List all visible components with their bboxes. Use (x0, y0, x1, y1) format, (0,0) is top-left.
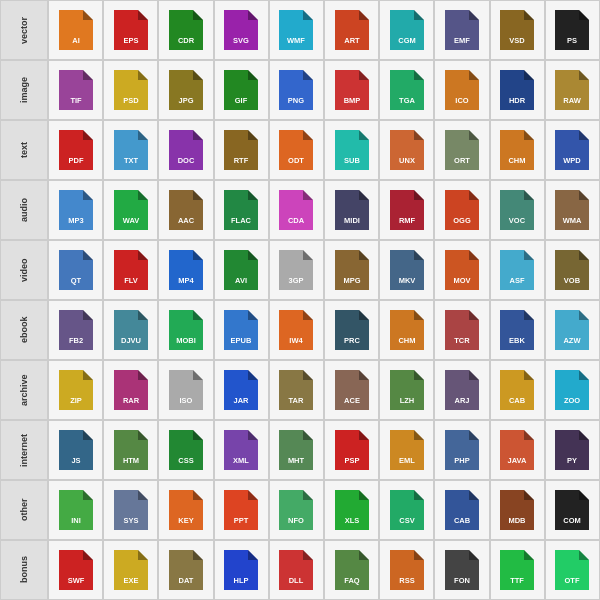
file-cell[interactable]: EPS (103, 0, 158, 60)
file-cell[interactable]: EPUB (214, 300, 269, 360)
file-cell[interactable]: CSS (158, 420, 213, 480)
file-cell[interactable]: AVI (214, 240, 269, 300)
file-cell[interactable]: RMF (379, 180, 434, 240)
file-cell[interactable]: ICO (434, 60, 489, 120)
file-cell[interactable]: RAW (545, 60, 600, 120)
file-cell[interactable]: ACE (324, 360, 379, 420)
file-cell[interactable]: PPT (214, 480, 269, 540)
file-cell[interactable]: WMF (269, 0, 324, 60)
file-cell[interactable]: 3GP (269, 240, 324, 300)
file-cell[interactable]: SUB (324, 120, 379, 180)
file-cell[interactable]: DAT (158, 540, 213, 600)
file-cell[interactable]: FLAC (214, 180, 269, 240)
file-cell[interactable]: MPG (324, 240, 379, 300)
file-cell[interactable]: PSP (324, 420, 379, 480)
file-cell[interactable]: LZH (379, 360, 434, 420)
file-cell[interactable]: CAB (490, 360, 545, 420)
file-cell[interactable]: CHM (490, 120, 545, 180)
file-cell[interactable]: DJVU (103, 300, 158, 360)
file-cell[interactable]: ZOO (545, 360, 600, 420)
file-cell[interactable]: MOV (434, 240, 489, 300)
file-cell[interactable]: TTF (490, 540, 545, 600)
file-cell[interactable]: AZW (545, 300, 600, 360)
file-cell[interactable]: PDF (48, 120, 103, 180)
file-cell[interactable]: TIF (48, 60, 103, 120)
file-cell[interactable]: MIDI (324, 180, 379, 240)
file-cell[interactable]: NFO (269, 480, 324, 540)
file-cell[interactable]: CAB (434, 480, 489, 540)
file-cell[interactable]: CDR (158, 0, 213, 60)
file-cell[interactable]: JAVA (490, 420, 545, 480)
file-cell[interactable]: COM (545, 480, 600, 540)
file-cell[interactable]: EBK (490, 300, 545, 360)
file-cell[interactable]: JPG (158, 60, 213, 120)
file-cell[interactable]: RTF (214, 120, 269, 180)
file-cell[interactable]: EML (379, 420, 434, 480)
file-cell[interactable]: AI (48, 0, 103, 60)
file-cell[interactable]: PSD (103, 60, 158, 120)
file-cell[interactable]: WPD (545, 120, 600, 180)
file-cell[interactable]: ART (324, 0, 379, 60)
file-cell[interactable]: ODT (269, 120, 324, 180)
file-cell[interactable]: MP4 (158, 240, 213, 300)
file-cell[interactable]: OTF (545, 540, 600, 600)
file-cell[interactable]: CDA (269, 180, 324, 240)
file-cell[interactable]: TXT (103, 120, 158, 180)
file-cell[interactable]: CHM (379, 300, 434, 360)
file-cell[interactable]: MKV (379, 240, 434, 300)
file-cell[interactable]: KEY (158, 480, 213, 540)
file-cell[interactable]: SWF (48, 540, 103, 600)
file-cell[interactable]: IW4 (269, 300, 324, 360)
file-cell[interactable]: TAR (269, 360, 324, 420)
file-cell[interactable]: TCR (434, 300, 489, 360)
file-cell[interactable]: SVG (214, 0, 269, 60)
file-cell[interactable]: AAC (158, 180, 213, 240)
file-cell[interactable]: PHP (434, 420, 489, 480)
file-cell[interactable]: VOC (490, 180, 545, 240)
file-cell[interactable]: PRC (324, 300, 379, 360)
file-cell[interactable]: HLP (214, 540, 269, 600)
file-cell[interactable]: FB2 (48, 300, 103, 360)
file-cell[interactable]: WMA (545, 180, 600, 240)
file-cell[interactable]: RAR (103, 360, 158, 420)
file-cell[interactable]: QT (48, 240, 103, 300)
file-cell[interactable]: MDB (490, 480, 545, 540)
file-cell[interactable]: MHT (269, 420, 324, 480)
file-cell[interactable]: GIF (214, 60, 269, 120)
file-cell[interactable]: MOBI (158, 300, 213, 360)
file-cell[interactable]: ARJ (434, 360, 489, 420)
file-cell[interactable]: EMF (434, 0, 489, 60)
file-cell[interactable]: INI (48, 480, 103, 540)
file-cell[interactable]: PNG (269, 60, 324, 120)
file-cell[interactable]: MP3 (48, 180, 103, 240)
file-cell[interactable]: ISO (158, 360, 213, 420)
file-cell[interactable]: WAV (103, 180, 158, 240)
file-cell[interactable]: XLS (324, 480, 379, 540)
file-cell[interactable]: VSD (490, 0, 545, 60)
file-cell[interactable]: BMP (324, 60, 379, 120)
file-cell[interactable]: JS (48, 420, 103, 480)
file-cell[interactable]: FLV (103, 240, 158, 300)
file-cell[interactable]: CSV (379, 480, 434, 540)
file-cell[interactable]: EXE (103, 540, 158, 600)
file-cell[interactable]: UNX (379, 120, 434, 180)
file-cell[interactable]: ORT (434, 120, 489, 180)
file-cell[interactable]: FAQ (324, 540, 379, 600)
file-cell[interactable]: ZIP (48, 360, 103, 420)
file-cell[interactable]: FON (434, 540, 489, 600)
file-cell[interactable]: OGG (434, 180, 489, 240)
file-cell[interactable]: VOB (545, 240, 600, 300)
file-cell[interactable]: DLL (269, 540, 324, 600)
file-cell[interactable]: TGA (379, 60, 434, 120)
file-cell[interactable]: HDR (490, 60, 545, 120)
file-cell[interactable]: PY (545, 420, 600, 480)
file-cell[interactable]: HTM (103, 420, 158, 480)
file-cell[interactable]: JAR (214, 360, 269, 420)
file-cell[interactable]: DOC (158, 120, 213, 180)
file-cell[interactable]: ASF (490, 240, 545, 300)
file-cell[interactable]: RSS (379, 540, 434, 600)
file-cell[interactable]: XML (214, 420, 269, 480)
file-cell[interactable]: SYS (103, 480, 158, 540)
file-cell[interactable]: PS (545, 0, 600, 60)
file-cell[interactable]: CGM (379, 0, 434, 60)
